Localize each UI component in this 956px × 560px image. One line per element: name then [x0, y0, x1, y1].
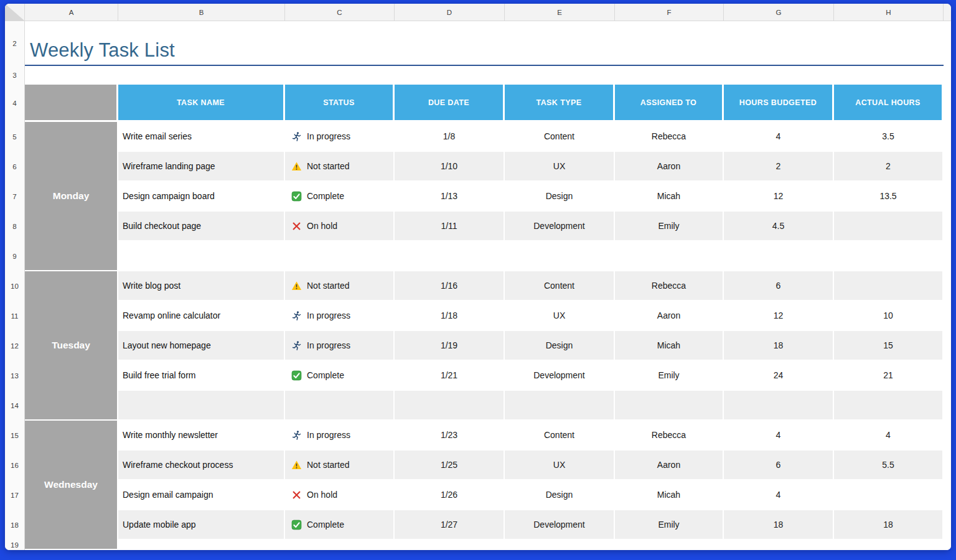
header-corner-cell[interactable] — [25, 85, 118, 122]
cell-status[interactable]: Not started — [285, 152, 395, 182]
row-number-5[interactable]: 5 — [5, 122, 24, 152]
cell-assigned-to-empty[interactable] — [615, 241, 724, 271]
cell-task-name[interactable]: Wireframe checkout process — [118, 450, 285, 480]
row-number-18[interactable]: 18 — [5, 510, 24, 540]
cell-task-type[interactable]: Development — [505, 510, 615, 540]
cell-hours-budgeted-empty[interactable] — [724, 540, 834, 550]
cell-hours-budgeted[interactable]: 4 — [724, 421, 834, 450]
cell-task-type[interactable]: UX — [505, 152, 615, 182]
cell-status-empty[interactable] — [285, 391, 395, 421]
row-number-8[interactable]: 8 — [5, 212, 24, 241]
cell-actual-hours[interactable]: 18 — [834, 510, 944, 540]
cell-hours-budgeted[interactable]: 18 — [724, 331, 834, 361]
header-due-date[interactable]: DUE DATE — [395, 85, 505, 122]
cell-status[interactable]: In progress — [285, 301, 395, 331]
column-letter-c[interactable]: C — [285, 4, 395, 21]
day-cell-monday[interactable]: Monday — [25, 122, 118, 271]
cell-assigned-to[interactable]: Emily — [615, 510, 724, 540]
cell-due-date[interactable]: 1/8 — [395, 122, 505, 152]
cell-due-date[interactable]: 1/10 — [395, 152, 505, 182]
row-number-12[interactable]: 12 — [5, 331, 24, 361]
header-task-type[interactable]: TASK TYPE — [505, 85, 615, 122]
cell-due-date-empty[interactable] — [395, 540, 505, 550]
cell-assigned-to[interactable]: Rebecca — [615, 122, 724, 152]
cell-hours-budgeted[interactable]: 6 — [724, 450, 834, 480]
row-number-10[interactable]: 10 — [5, 271, 24, 301]
cell-assigned-to-empty[interactable] — [615, 540, 724, 550]
cell-assigned-to-empty[interactable] — [615, 391, 724, 421]
row-number-2[interactable]: 2 — [5, 21, 24, 66]
column-letter-e[interactable]: E — [505, 4, 615, 21]
row-number-4[interactable]: 4 — [5, 85, 24, 122]
cell-due-date-empty[interactable] — [395, 241, 505, 271]
cell-hours-budgeted[interactable]: 12 — [724, 182, 834, 212]
cell-actual-hours[interactable]: 15 — [834, 331, 944, 361]
cell-task-type[interactable]: Development — [505, 212, 615, 241]
row-number-19[interactable]: 19 — [5, 540, 24, 550]
column-letter-d[interactable]: D — [395, 4, 505, 21]
cell-hours-budgeted[interactable]: 24 — [724, 361, 834, 391]
cell-actual-hours-empty[interactable] — [834, 241, 944, 271]
column-letter-a[interactable]: A — [25, 4, 118, 21]
column-letter-g[interactable]: G — [724, 4, 834, 21]
cell-status[interactable]: On hold — [285, 480, 395, 510]
cell-assigned-to[interactable]: Aaron — [615, 152, 724, 182]
cell-status[interactable]: On hold — [285, 212, 395, 241]
cell-actual-hours[interactable] — [834, 480, 944, 510]
cell-status[interactable]: In progress — [285, 122, 395, 152]
cell-status[interactable]: Complete — [285, 182, 395, 212]
cell-task-type[interactable]: Design — [505, 480, 615, 510]
column-letter-h[interactable]: H — [834, 4, 944, 21]
select-all-corner[interactable] — [5, 4, 25, 21]
cell-status[interactable]: Complete — [285, 361, 395, 391]
cell-assigned-to[interactable]: Emily — [615, 361, 724, 391]
cell-assigned-to[interactable]: Rebecca — [615, 271, 724, 301]
cell-due-date[interactable]: 1/11 — [395, 212, 505, 241]
cell-hours-budgeted[interactable]: 6 — [724, 271, 834, 301]
cell-due-date[interactable]: 1/27 — [395, 510, 505, 540]
cell-task-name[interactable]: Design campaign board — [118, 182, 285, 212]
cell-status[interactable]: Not started — [285, 271, 395, 301]
cell-assigned-to[interactable]: Rebecca — [615, 421, 724, 450]
cell-status-empty[interactable] — [285, 241, 395, 271]
cell-assigned-to[interactable]: Micah — [615, 331, 724, 361]
cell-actual-hours[interactable]: 4 — [834, 421, 944, 450]
column-letter-f[interactable]: F — [615, 4, 724, 21]
cell-task-type-empty[interactable] — [505, 540, 615, 550]
cell-task-name[interactable]: Build free trial form — [118, 361, 285, 391]
cell-task-type[interactable]: Design — [505, 331, 615, 361]
cell-actual-hours-empty[interactable] — [834, 391, 944, 421]
cell-actual-hours[interactable]: 13.5 — [834, 182, 944, 212]
row-number-17[interactable]: 17 — [5, 480, 24, 510]
cell-task-name[interactable]: Update mobile app — [118, 510, 285, 540]
header-hours-budgeted[interactable]: HOURS BUDGETED — [724, 85, 834, 122]
cell-hours-budgeted[interactable]: 18 — [724, 510, 834, 540]
cell-status[interactable]: Not started — [285, 450, 395, 480]
cell-due-date[interactable]: 1/25 — [395, 450, 505, 480]
column-letter-b[interactable]: B — [118, 4, 285, 21]
row-number-3[interactable]: 3 — [5, 66, 24, 85]
cell-task-type[interactable]: Design — [505, 182, 615, 212]
day-cell-wednesday[interactable]: Wednesday — [25, 421, 118, 550]
cell-assigned-to[interactable]: Aaron — [615, 301, 724, 331]
row-number-14[interactable]: 14 — [5, 391, 24, 421]
cell-actual-hours[interactable]: 21 — [834, 361, 944, 391]
row-number-13[interactable]: 13 — [5, 361, 24, 391]
cell-task-name[interactable]: Design email campaign — [118, 480, 285, 510]
cell-task-name-empty[interactable] — [118, 241, 285, 271]
cell-task-type[interactable]: Content — [505, 122, 615, 152]
cell-status[interactable]: In progress — [285, 331, 395, 361]
row-number-16[interactable]: 16 — [5, 450, 24, 480]
row-number-11[interactable]: 11 — [5, 301, 24, 331]
cell-actual-hours[interactable] — [834, 271, 944, 301]
row-number-6[interactable]: 6 — [5, 152, 24, 182]
cell-task-type-empty[interactable] — [505, 241, 615, 271]
cell-task-type-empty[interactable] — [505, 391, 615, 421]
cell-task-type[interactable]: UX — [505, 450, 615, 480]
cell-due-date[interactable]: 1/13 — [395, 182, 505, 212]
cell-assigned-to[interactable]: Aaron — [615, 450, 724, 480]
cell-assigned-to[interactable]: Emily — [615, 212, 724, 241]
cell-actual-hours[interactable]: 5.5 — [834, 450, 944, 480]
cell-due-date[interactable]: 1/21 — [395, 361, 505, 391]
cell-task-name[interactable]: Build checkout page — [118, 212, 285, 241]
